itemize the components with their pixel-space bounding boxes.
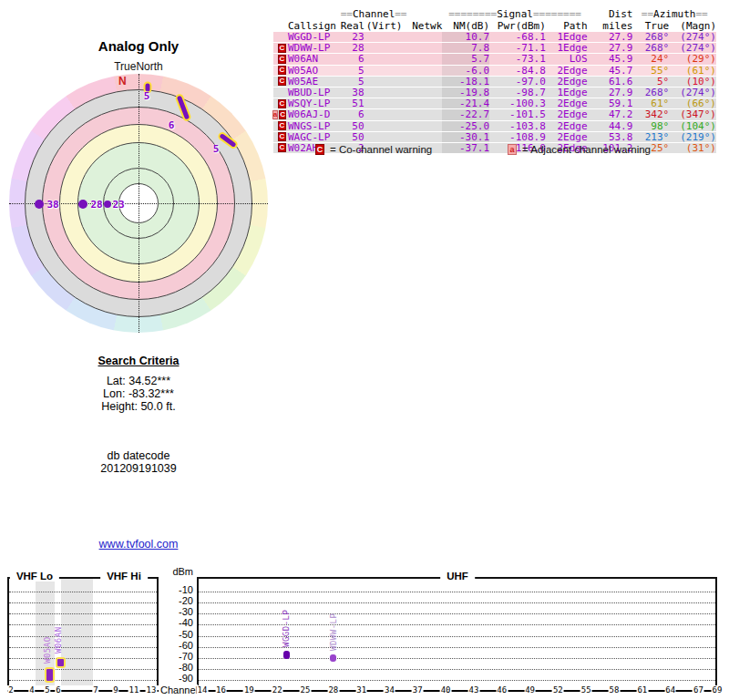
warning-badges: C bbox=[273, 54, 286, 64]
co-channel-warning-badge: C bbox=[315, 144, 324, 155]
cell-magnetic-azimuth: (274°) bbox=[669, 43, 716, 53]
tvfool-link[interactable]: www.tvfool.com bbox=[99, 538, 179, 551]
cell-virt-channel bbox=[364, 132, 403, 142]
warning-badges: C bbox=[273, 66, 286, 76]
cell-callsign: W06AJ-D bbox=[286, 109, 341, 119]
table-row: CW05AO5-6.0-84.82Edge45.755°(61°) bbox=[273, 66, 716, 77]
cell-pwr-dbm: -97.0 bbox=[489, 77, 546, 87]
cell-path: 2Edge bbox=[546, 132, 588, 142]
cell-network bbox=[402, 109, 442, 119]
channel-tick: 11 bbox=[128, 685, 140, 695]
channel-tick: 4 bbox=[28, 685, 35, 695]
station-marker-label: 6 bbox=[169, 119, 175, 131]
cell-magnetic-azimuth: (274°) bbox=[669, 32, 716, 42]
cell-pwr-dbm: -71.1 bbox=[489, 43, 546, 53]
cell-callsign: WGGD-LP bbox=[286, 32, 341, 42]
cell-miles: 53.8 bbox=[588, 132, 633, 142]
crosshair-vertical bbox=[139, 74, 139, 333]
signal-bar bbox=[283, 651, 290, 659]
channel-tick: 67 bbox=[693, 685, 704, 695]
cell-real-channel: 6 bbox=[341, 54, 364, 64]
warning-badges: C bbox=[273, 121, 286, 131]
channel-tick: 61 bbox=[636, 685, 648, 695]
cell-virt-channel bbox=[364, 43, 403, 53]
gridline bbox=[9, 669, 157, 670]
table-header-groups: ==Channel== ========Signal======== Dist … bbox=[273, 8, 716, 20]
cell-true-azimuth: 98° bbox=[632, 121, 669, 131]
cell-true-azimuth: 213° bbox=[632, 132, 669, 142]
dist-group-header: Dist bbox=[588, 8, 633, 20]
station-marker-label: 5 bbox=[144, 90, 150, 102]
cell-real-channel: 51 bbox=[341, 98, 364, 108]
signal-bar-label: W05AO bbox=[43, 609, 53, 664]
gridline bbox=[199, 602, 715, 603]
gridline bbox=[199, 669, 715, 670]
gridline bbox=[9, 592, 157, 592]
channel-tick: 2 bbox=[7, 685, 14, 695]
cell-magnetic-azimuth: (61°) bbox=[669, 66, 716, 76]
cell-real-channel: 23 bbox=[341, 32, 364, 42]
band-label-uhf: UHF bbox=[440, 571, 475, 582]
cell-pwr-dbm: -101.5 bbox=[489, 109, 546, 119]
gridline bbox=[199, 636, 715, 637]
radar-plot: 565382823 bbox=[9, 73, 268, 334]
channel-axis-label: Channel bbox=[160, 685, 198, 695]
cell-pwr-dbm: -98.7 bbox=[489, 88, 546, 98]
cell-true-azimuth: 268° bbox=[632, 88, 669, 98]
band-label-vhf-lo: VHF Lo bbox=[10, 571, 59, 582]
cell-miles: 27.9 bbox=[588, 43, 633, 53]
cell-virt-channel bbox=[364, 98, 403, 108]
gridline bbox=[9, 680, 157, 681]
north-n-label: N bbox=[118, 75, 127, 88]
cell-path: 1Edge bbox=[546, 32, 588, 42]
cell-virt-channel bbox=[364, 88, 403, 98]
dbm-tick-label: -20 bbox=[168, 595, 193, 606]
table-row: CWNGS-LP50-25.0-103.82Edge44.998°(104°) bbox=[273, 121, 716, 132]
co-channel-warning-badge: C bbox=[278, 77, 286, 86]
signal-bar bbox=[56, 657, 66, 668]
cell-magnetic-azimuth: (31°) bbox=[669, 143, 716, 153]
co-channel-legend: C = Co-channel warning bbox=[315, 144, 432, 155]
cell-real-channel: 28 bbox=[341, 43, 364, 53]
table-row: CWDWW-LP287.8-71.11Edge27.9268°(274°) bbox=[273, 43, 716, 54]
gridline bbox=[199, 647, 715, 648]
cell-callsign: W05AO bbox=[286, 66, 341, 76]
cell-pwr-dbm: -100.3 bbox=[489, 98, 546, 108]
cell-miles: 27.9 bbox=[588, 88, 633, 98]
cell-nm-db: -30.1 bbox=[442, 132, 489, 142]
cell-pwr-dbm: -103.8 bbox=[489, 121, 546, 131]
cell-true-azimuth: 55° bbox=[632, 66, 669, 76]
adjacent-legend-text: = Adjacent channel warning bbox=[522, 144, 651, 155]
warning-badges: aC bbox=[273, 109, 286, 119]
latitude-value: Lat: 34.52*** bbox=[52, 375, 225, 387]
cell-miles: 59.1 bbox=[588, 98, 633, 108]
cell-callsign: WAGC-LP bbox=[286, 132, 341, 142]
adjacent-channel-legend: a = Adjacent channel warning bbox=[508, 144, 651, 155]
cell-network bbox=[402, 98, 442, 108]
co-channel-warning-badge: C bbox=[278, 132, 286, 141]
co-channel-warning-badge: C bbox=[278, 44, 286, 53]
warning-badges: C bbox=[273, 132, 286, 142]
channel-tick: 43 bbox=[467, 685, 479, 695]
cell-nm-db: -6.0 bbox=[442, 66, 489, 76]
cell-true-azimuth: 24° bbox=[632, 54, 669, 64]
co-channel-legend-text: = Co-channel warning bbox=[330, 144, 432, 155]
true-north-label: TrueNorth bbox=[9, 60, 268, 73]
channel-tick: 5 bbox=[44, 685, 50, 695]
channel-tick: 52 bbox=[552, 685, 564, 695]
datecode-label: db datecode bbox=[52, 449, 225, 462]
channel-tick: 6 bbox=[55, 685, 61, 695]
cell-callsign: W05AE bbox=[286, 77, 341, 87]
adjacent-warning-badge: a bbox=[272, 110, 278, 119]
co-channel-warning-badge: C bbox=[278, 143, 286, 152]
channel-tick: 28 bbox=[327, 685, 339, 695]
station-marker-label: 28 bbox=[90, 199, 102, 211]
cell-true-azimuth: 5° bbox=[632, 77, 669, 87]
adjacent-warning-badge: a bbox=[508, 144, 517, 155]
radar-title: Analog Only bbox=[9, 38, 268, 54]
band-label-vhf-hi: VHF Hi bbox=[100, 571, 148, 582]
cell-pwr-dbm: -84.8 bbox=[489, 66, 546, 76]
cell-real-channel: 50 bbox=[341, 121, 364, 131]
cell-nm-db: -37.1 bbox=[442, 143, 489, 153]
azimuth-group-header: ==Azimuth== bbox=[632, 8, 716, 20]
